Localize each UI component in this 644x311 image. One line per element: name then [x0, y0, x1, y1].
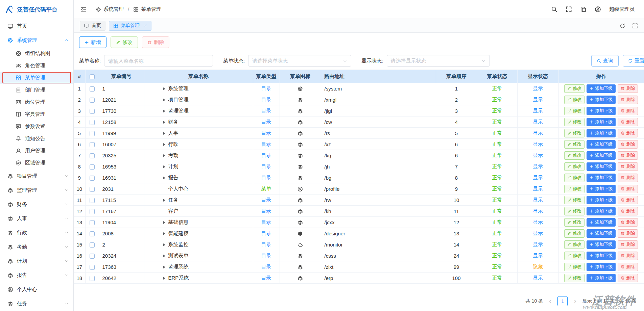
- sidebar-subitem[interactable]: 组织结构图: [0, 47, 73, 59]
- breadcrumb-item-system[interactable]: 系统管理: [103, 6, 124, 12]
- row-delete-button[interactable]: 删除: [618, 252, 638, 260]
- expand-arrow-icon[interactable]: [163, 143, 165, 146]
- row-edit-button[interactable]: 修改: [564, 185, 585, 193]
- row-checkbox[interactable]: [90, 142, 95, 147]
- expand-content-icon[interactable]: [632, 23, 638, 29]
- row-delete-button[interactable]: 删除: [618, 263, 638, 271]
- row-add-child-button[interactable]: 添加下级: [587, 84, 616, 93]
- delete-button[interactable]: 删除: [142, 36, 169, 48]
- page-number[interactable]: 1: [557, 296, 568, 306]
- row-checkbox[interactable]: [90, 242, 95, 248]
- row-checkbox[interactable]: [90, 187, 95, 192]
- sidebar-item[interactable]: 个人中心: [0, 282, 73, 296]
- row-add-child-button[interactable]: 添加下级: [587, 263, 616, 271]
- row-add-child-button[interactable]: 添加下级: [587, 240, 616, 249]
- row-edit-button[interactable]: 修改: [564, 96, 585, 104]
- sidebar-subitem[interactable]: 字典管理: [0, 108, 73, 120]
- next-page-button[interactable]: ›: [573, 297, 577, 305]
- expand-arrow-icon[interactable]: [163, 232, 165, 235]
- row-delete-button[interactable]: 删除: [618, 140, 638, 149]
- row-delete-button[interactable]: 删除: [618, 118, 638, 126]
- row-edit-button[interactable]: 修改: [564, 107, 585, 115]
- prev-page-button[interactable]: ‹: [548, 297, 552, 305]
- sidebar-item[interactable]: 报告: [0, 268, 73, 282]
- expand-arrow-icon[interactable]: [163, 87, 165, 90]
- row-add-child-button[interactable]: 添加下级: [587, 140, 616, 149]
- search-icon[interactable]: [551, 6, 557, 12]
- row-delete-button[interactable]: 删除: [618, 185, 638, 193]
- row-checkbox[interactable]: [90, 98, 95, 103]
- expand-arrow-icon[interactable]: [163, 154, 165, 157]
- row-edit-button[interactable]: 修改: [564, 118, 585, 126]
- expand-arrow-icon[interactable]: [163, 99, 165, 101]
- sidebar-item[interactable]: 考勤: [0, 240, 73, 254]
- row-checkbox[interactable]: [90, 276, 95, 281]
- sidebar-subitem[interactable]: 岗位管理: [0, 96, 73, 108]
- user-avatar-icon[interactable]: [595, 6, 601, 12]
- expand-arrow-icon[interactable]: [163, 277, 165, 280]
- row-add-child-button[interactable]: 添加下级: [587, 185, 616, 193]
- row-delete-button[interactable]: 删除: [618, 174, 638, 182]
- row-checkbox[interactable]: [90, 209, 95, 214]
- row-edit-button[interactable]: 修改: [564, 174, 585, 182]
- collapse-sidebar-icon[interactable]: [80, 6, 87, 12]
- breadcrumb-item-menu[interactable]: 菜单管理: [141, 6, 161, 12]
- export-icon[interactable]: [580, 6, 587, 12]
- row-add-child-button[interactable]: 添加下级: [587, 162, 616, 171]
- row-add-child-button[interactable]: 添加下级: [587, 207, 616, 215]
- row-checkbox[interactable]: [90, 120, 95, 125]
- row-edit-button[interactable]: 修改: [564, 162, 585, 171]
- row-delete-button[interactable]: 删除: [618, 274, 638, 282]
- expand-arrow-icon[interactable]: [163, 255, 165, 257]
- add-button[interactable]: 新增: [79, 36, 106, 48]
- tab[interactable]: 首页: [80, 21, 105, 31]
- row-add-child-button[interactable]: 添加下级: [587, 274, 616, 282]
- expand-arrow-icon[interactable]: [163, 132, 165, 135]
- row-delete-button[interactable]: 删除: [618, 107, 638, 115]
- row-add-child-button[interactable]: 添加下级: [587, 252, 616, 260]
- row-checkbox[interactable]: [90, 153, 95, 158]
- row-delete-button[interactable]: 删除: [618, 151, 638, 160]
- expand-arrow-icon[interactable]: [163, 199, 165, 202]
- sidebar-subitem[interactable]: 参数设置: [0, 120, 73, 132]
- sidebar-item[interactable]: 财务: [0, 197, 73, 211]
- edit-button[interactable]: 修改: [111, 36, 138, 48]
- sidebar-subitem[interactable]: 区域管理: [0, 157, 73, 169]
- select-all-checkbox[interactable]: [90, 74, 95, 79]
- row-add-child-button[interactable]: 添加下级: [587, 218, 616, 227]
- row-add-child-button[interactable]: 添加下级: [587, 118, 616, 126]
- row-delete-button[interactable]: 删除: [618, 162, 638, 171]
- expand-arrow-icon[interactable]: [163, 221, 165, 224]
- row-add-child-button[interactable]: 添加下级: [587, 96, 616, 104]
- expand-arrow-icon[interactable]: [163, 243, 165, 246]
- sidebar-item[interactable]: 计划: [0, 254, 73, 268]
- row-edit-button[interactable]: 修改: [564, 196, 585, 204]
- row-delete-button[interactable]: 删除: [618, 196, 638, 204]
- row-edit-button[interactable]: 修改: [564, 84, 585, 93]
- fullscreen-icon[interactable]: [566, 6, 572, 12]
- row-edit-button[interactable]: 修改: [564, 207, 585, 215]
- sidebar-item[interactable]: 行政: [0, 226, 73, 240]
- current-user[interactable]: 超级管理员: [609, 6, 635, 12]
- row-add-child-button[interactable]: 添加下级: [587, 196, 616, 204]
- sidebar-item[interactable]: 任务: [0, 296, 73, 311]
- expand-arrow-icon[interactable]: [163, 110, 165, 112]
- row-checkbox[interactable]: [90, 176, 95, 181]
- sidebar-subitem[interactable]: 用户管理: [0, 145, 73, 157]
- refresh-icon[interactable]: [620, 23, 625, 29]
- sidebar-item[interactable]: 监理管理: [0, 183, 73, 197]
- row-edit-button[interactable]: 修改: [564, 229, 585, 238]
- row-checkbox[interactable]: [90, 265, 95, 270]
- row-checkbox[interactable]: [90, 198, 95, 203]
- row-edit-button[interactable]: 修改: [564, 218, 585, 227]
- sidebar-subitem[interactable]: 角色管理: [0, 59, 73, 72]
- row-delete-button[interactable]: 删除: [618, 129, 638, 137]
- expand-arrow-icon[interactable]: [163, 266, 165, 268]
- row-delete-button[interactable]: 删除: [618, 240, 638, 249]
- row-checkbox[interactable]: [90, 164, 95, 170]
- row-add-child-button[interactable]: 添加下级: [587, 151, 616, 160]
- row-edit-button[interactable]: 修改: [564, 140, 585, 149]
- row-delete-button[interactable]: 删除: [618, 218, 638, 227]
- row-checkbox[interactable]: [90, 109, 95, 114]
- row-checkbox[interactable]: [90, 254, 95, 259]
